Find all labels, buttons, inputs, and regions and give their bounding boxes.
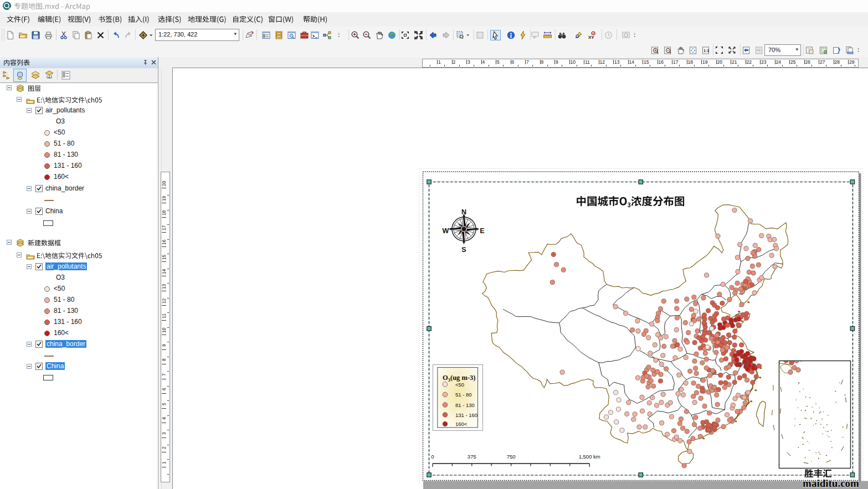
svg-text:0: 0	[431, 454, 434, 460]
svg-text:<50: <50	[455, 382, 464, 388]
svg-text:51 - 80: 51 - 80	[455, 392, 472, 398]
svg-text:maiditu.com: maiditu.com	[803, 477, 859, 489]
svg-text:XY: XY	[588, 35, 594, 40]
svg-text::: :	[7, 71, 8, 75]
svg-text:81 - 130: 81 - 130	[455, 402, 475, 408]
svg-text:1,500 km: 1,500 km	[579, 454, 600, 460]
svg-text:131 - 160: 131 - 160	[455, 412, 477, 418]
svg-text:160<: 160<	[455, 421, 468, 427]
svg-text:S: S	[461, 246, 466, 254]
svg-text:750: 750	[507, 454, 516, 460]
svg-text:W: W	[443, 227, 449, 235]
svg-text:1:1: 1:1	[703, 49, 709, 53]
svg-text:E: E	[480, 227, 484, 235]
svg-text:375: 375	[468, 454, 476, 460]
